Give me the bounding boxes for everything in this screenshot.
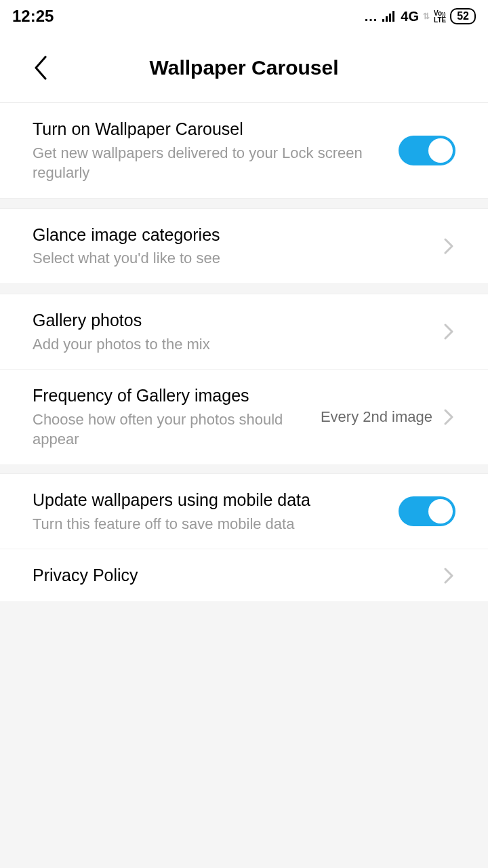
- chevron-right-icon: [442, 236, 455, 256]
- row-gallery-photos[interactable]: Gallery photos Add your photos to the mi…: [0, 294, 488, 370]
- row-glance-categories[interactable]: Glance image categories Select what you'…: [0, 209, 488, 283]
- status-bar: 12:25 ... 4G ⇅ Vo)) LTE 52: [0, 0, 488, 33]
- header: Wallpaper Carousel: [0, 33, 488, 103]
- chevron-right-icon: [442, 407, 455, 427]
- row-mobile-data[interactable]: Update wallpapers using mobile data Turn…: [0, 474, 488, 549]
- section-divider: [0, 601, 488, 612]
- toggle-mobile-data[interactable]: [399, 496, 455, 526]
- toggle-turn-on[interactable]: [399, 136, 455, 165]
- frequency-value: Every 2nd image: [321, 408, 432, 426]
- row-subtitle: Get new wallpapers delivered to your Loc…: [33, 143, 399, 183]
- signal-icon: [382, 10, 396, 22]
- volte-icon: Vo)) LTE: [434, 10, 446, 23]
- row-turn-on-carousel[interactable]: Turn on Wallpaper Carousel Get new wallp…: [0, 103, 488, 198]
- section-divider: [0, 465, 488, 474]
- row-privacy-policy[interactable]: Privacy Policy: [0, 549, 488, 601]
- chevron-right-icon: [442, 321, 455, 342]
- row-title: Frequency of Gallery images: [33, 384, 321, 407]
- row-subtitle: Turn this feature off to save mobile dat…: [33, 514, 399, 534]
- data-arrows-icon: ⇅: [423, 12, 430, 21]
- section-divider: [0, 283, 488, 294]
- more-icon: ...: [365, 9, 378, 24]
- row-title: Gallery photos: [33, 309, 442, 332]
- section-divider: [0, 198, 488, 209]
- row-title: Turn on Wallpaper Carousel: [33, 118, 399, 140]
- status-right: ... 4G ⇅ Vo)) LTE 52: [365, 8, 476, 24]
- page-title: Wallpaper Carousel: [0, 56, 488, 79]
- battery-indicator: 52: [450, 8, 476, 24]
- back-button[interactable]: [27, 54, 54, 81]
- row-subtitle: Choose how often your photos should appe…: [33, 410, 321, 450]
- row-frequency[interactable]: Frequency of Gallery images Choose how o…: [0, 370, 488, 465]
- status-time: 12:25: [12, 7, 54, 26]
- volte-bot: LTE: [434, 16, 446, 24]
- row-subtitle: Add your photos to the mix: [33, 334, 442, 355]
- network-label: 4G: [401, 9, 419, 24]
- row-title: Update wallpapers using mobile data: [33, 489, 399, 511]
- row-title: Glance image categories: [33, 224, 442, 246]
- chevron-right-icon: [442, 566, 455, 586]
- row-title: Privacy Policy: [33, 564, 442, 587]
- row-subtitle: Select what you'd like to see: [33, 248, 442, 269]
